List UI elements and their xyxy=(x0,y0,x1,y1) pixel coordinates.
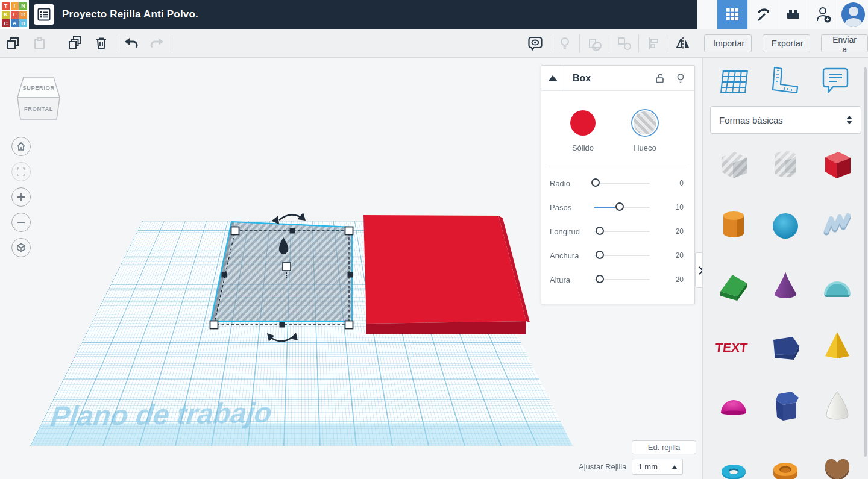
red-box-object[interactable] xyxy=(363,215,530,334)
hide-button[interactable] xyxy=(552,31,578,55)
ruler-icon xyxy=(770,65,801,96)
unlock-icon[interactable] xyxy=(654,72,666,84)
shapes-sidebar: Formas básicas TEXT xyxy=(702,58,868,479)
undo-icon xyxy=(122,35,139,52)
shape-torus[interactable] xyxy=(708,436,760,479)
shape-polygon[interactable] xyxy=(760,376,811,436)
import-button[interactable]: Importar xyxy=(704,34,752,52)
invite-button[interactable] xyxy=(808,0,838,29)
cone-icon xyxy=(766,266,805,305)
fit-view-button[interactable] xyxy=(11,162,31,181)
home-icon xyxy=(16,141,27,152)
view-cube[interactable]: SUPERIOR FRONTAL xyxy=(16,75,61,122)
send-to-button[interactable]: Enviar a xyxy=(821,34,868,52)
home-view-button[interactable] xyxy=(11,137,31,156)
shape-heart[interactable] xyxy=(811,436,863,479)
edit-grid-button[interactable]: Ed. rejilla xyxy=(632,440,696,454)
tab-workplane[interactable] xyxy=(720,65,751,96)
shape-scribble[interactable] xyxy=(811,195,863,255)
shape-text[interactable]: TEXT xyxy=(708,316,760,376)
mirror-icon xyxy=(675,35,691,52)
slider-handle[interactable] xyxy=(596,275,604,283)
snap-grid-select[interactable]: 1 mm xyxy=(632,459,683,475)
group-button[interactable] xyxy=(581,31,608,55)
roof-icon xyxy=(714,266,753,305)
undo-button[interactable] xyxy=(118,31,144,55)
shape-roof[interactable] xyxy=(708,255,760,316)
delete-button[interactable] xyxy=(88,31,115,55)
shape-box[interactable] xyxy=(811,135,863,195)
torus-icon xyxy=(714,447,753,479)
shape-cylinder[interactable] xyxy=(708,195,760,255)
slider-anchura: Anchura 20 xyxy=(541,243,694,268)
selected-box-object[interactable] xyxy=(211,222,352,325)
shape-pyramid[interactable] xyxy=(811,316,863,376)
design-menu-button[interactable] xyxy=(34,4,54,25)
shape-half-sphere[interactable] xyxy=(708,376,760,436)
copy-button[interactable] xyxy=(0,31,27,55)
export-button[interactable]: Exportar xyxy=(763,34,810,52)
tab-notes[interactable] xyxy=(820,65,851,96)
sphere-icon xyxy=(766,206,805,245)
shape-wedge[interactable] xyxy=(760,316,811,376)
collapse-arrow-icon xyxy=(548,75,558,81)
zoom-in-button[interactable] xyxy=(11,187,31,207)
trash-icon xyxy=(93,36,109,51)
shape-paraboloid[interactable] xyxy=(811,376,863,436)
minecraft-export-button[interactable] xyxy=(747,0,778,29)
material-hollow-option[interactable]: Hueco xyxy=(630,108,660,152)
grid-view-button[interactable] xyxy=(717,0,747,29)
shape-sphere[interactable] xyxy=(760,195,811,255)
mirror-button[interactable] xyxy=(670,31,696,55)
shape-cylinder-hollow[interactable] xyxy=(760,135,811,195)
shape-box-hollow[interactable] xyxy=(708,135,760,195)
top-scale-handle[interactable] xyxy=(283,263,291,271)
paste-button[interactable] xyxy=(27,31,53,55)
sidebar-tabs xyxy=(703,58,868,96)
shape-grid: TEXT xyxy=(708,135,864,479)
ungroup-button[interactable] xyxy=(611,31,637,55)
topbar: TINKERCAD Proyecto Rejilla Anti Polvo. xyxy=(0,0,868,29)
account-button[interactable] xyxy=(838,0,868,29)
show-all-button[interactable] xyxy=(522,31,549,55)
align-button[interactable] xyxy=(640,31,667,55)
inspector-title: Box xyxy=(573,73,654,84)
ungroup-icon xyxy=(616,36,632,52)
shape-cone[interactable] xyxy=(760,255,811,316)
toolbar: Importar Exportar Enviar a xyxy=(0,29,868,58)
redo-button[interactable] xyxy=(144,31,171,55)
sidebar-scrollbar[interactable] xyxy=(864,67,867,457)
view-nav xyxy=(11,137,31,257)
plus-icon xyxy=(16,192,27,202)
shape-round-roof[interactable] xyxy=(811,255,863,316)
perspective-toggle-button[interactable] xyxy=(11,238,31,257)
chevron-up-icon xyxy=(672,465,677,469)
tube-icon xyxy=(766,447,805,479)
inspector-header: Box xyxy=(541,66,694,91)
person-add-icon xyxy=(814,5,832,23)
slider-altura: Altura 20 xyxy=(541,268,694,292)
slider-handle[interactable] xyxy=(615,202,624,211)
document-title: Proyecto Rejilla Anti Polvo. xyxy=(62,8,198,20)
wedge-icon xyxy=(766,327,805,365)
material-solid-option[interactable]: Sólido xyxy=(568,108,598,152)
rotate-handle-top[interactable] xyxy=(272,213,306,224)
solid-swatch-icon xyxy=(570,110,596,136)
slider-handle[interactable] xyxy=(596,227,604,235)
duplicate-button[interactable] xyxy=(61,31,88,55)
zoom-out-button[interactable] xyxy=(11,213,31,232)
brick-export-button[interactable] xyxy=(778,0,808,29)
bulb-icon[interactable] xyxy=(675,72,687,84)
slider-handle[interactable] xyxy=(591,178,600,187)
inspector-collapse-button[interactable] xyxy=(541,66,564,91)
notes-icon xyxy=(820,65,851,96)
shape-category-dropdown[interactable]: Formas básicas xyxy=(710,106,861,134)
grid-view-icon xyxy=(725,7,740,22)
group-icon xyxy=(587,36,603,52)
rotate-handle-bottom[interactable] xyxy=(267,333,298,342)
cylinder-hollow-icon xyxy=(766,146,805,184)
tinkercad-logo[interactable]: TINKERCAD xyxy=(0,0,29,29)
shape-tube[interactable] xyxy=(760,436,811,479)
tab-ruler[interactable] xyxy=(770,65,801,96)
slider-handle[interactable] xyxy=(596,251,604,259)
